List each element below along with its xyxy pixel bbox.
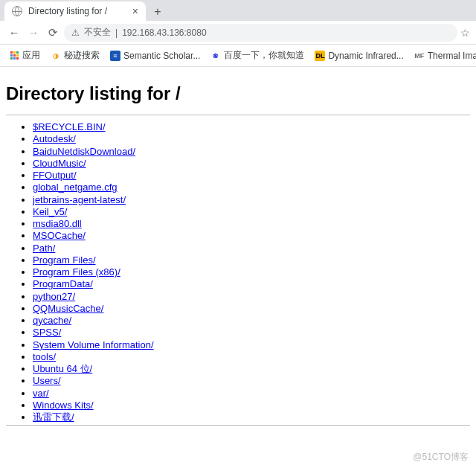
globe-icon	[12, 6, 22, 16]
list-item: var/	[33, 388, 470, 400]
bookmark-label: Dynamic Infrared...	[328, 51, 403, 61]
directory-link[interactable]: System Volume Information/	[33, 339, 154, 350]
security-label: 不安全	[84, 26, 111, 39]
directory-link[interactable]: tools/	[33, 351, 56, 362]
watermark: @51CTO博客	[413, 451, 469, 464]
bookmark-favicon: ❀	[210, 51, 221, 61]
directory-link[interactable]: Program Files (x86)/	[33, 266, 120, 278]
new-tab-button[interactable]: +	[149, 3, 167, 21]
list-item: Ubuntu 64 位/	[33, 363, 470, 375]
back-button[interactable]: ←	[6, 25, 22, 41]
insecure-icon: ⚠	[71, 28, 80, 38]
list-item: $RECYCLE.BIN/	[33, 121, 470, 133]
page-title: Directory listing for /	[6, 83, 470, 104]
separator: |	[115, 28, 118, 38]
directory-link[interactable]: qycache/	[33, 315, 71, 326]
bookmark-favicon: DL	[315, 51, 325, 61]
directory-link[interactable]: Keil_v5/	[33, 206, 67, 217]
list-item: Path/	[33, 243, 470, 254]
list-item: msdia80.dll	[33, 218, 470, 230]
list-item: QQMusicCache/	[33, 303, 470, 315]
directory-link[interactable]: 迅雷下载/	[33, 411, 74, 423]
list-item: FFOutput/	[33, 170, 470, 182]
bookmark-label: Thermal Image G...	[428, 51, 476, 61]
directory-listing: $RECYCLE.BIN/Autodesk/BaiduNetdiskDownlo…	[6, 121, 470, 423]
bookmark-favicon: ≡	[110, 51, 120, 61]
directory-link[interactable]: var/	[33, 388, 49, 399]
list-item: MSOCache/	[33, 230, 470, 242]
list-item: python27/	[33, 291, 470, 303]
tab-title: Directory listing for /	[28, 6, 126, 16]
list-item: System Volume Information/	[33, 339, 470, 351]
directory-link[interactable]: BaiduNetdiskDownload/	[33, 146, 135, 157]
directory-link[interactable]: CloudMusic/	[33, 158, 86, 169]
list-item: Windows Kits/	[33, 400, 470, 411]
directory-link[interactable]: jetbrains-agent-latest/	[33, 194, 126, 205]
bookmark-item[interactable]: DLDynamic Infrared...	[312, 49, 406, 62]
bookmark-star-icon[interactable]: ☆	[460, 27, 470, 39]
forward-button[interactable]: →	[25, 25, 42, 41]
list-item: Keil_v5/	[33, 206, 470, 218]
bookmark-favicon: ◑	[51, 51, 61, 61]
list-item: tools/	[33, 351, 470, 363]
apps-button[interactable]: 应用	[6, 49, 43, 62]
bookmark-item[interactable]: ≡Semantic Scholar...	[107, 49, 203, 62]
bookmark-label: Semantic Scholar...	[123, 51, 200, 61]
list-item: BaiduNetdiskDownload/	[33, 146, 470, 158]
tab-bar: Directory listing for / × +	[0, 0, 476, 21]
directory-link[interactable]: QQMusicCache/	[33, 303, 103, 314]
browser-tab[interactable]: Directory listing for / ×	[4, 1, 146, 21]
bookmarks-bar: 应用 ◑秘迹搜索≡Semantic Scholar...❀百度一下，你就知道DL…	[0, 45, 476, 67]
directory-link[interactable]: python27/	[33, 291, 75, 302]
reload-button[interactable]: ⟳	[45, 25, 61, 41]
directory-link[interactable]: Autodesk/	[33, 133, 76, 144]
list-item: Users/	[33, 375, 470, 387]
url-text: 192.168.43.136:8080	[122, 28, 206, 38]
list-item: global_netgame.cfg	[33, 182, 470, 193]
page-content: Directory listing for / $RECYCLE.BIN/Aut…	[0, 67, 476, 437]
toolbar: ← → ⟳ ⚠ 不安全 | 192.168.43.136:8080 ☆	[0, 21, 476, 45]
bookmark-label: 百度一下，你就知道	[224, 49, 304, 62]
divider	[6, 115, 470, 115]
list-item: ProgramData/	[33, 278, 470, 290]
close-icon[interactable]: ×	[132, 6, 138, 16]
bookmark-item[interactable]: ◑秘迹搜索	[48, 49, 103, 62]
apps-icon	[9, 51, 19, 61]
directory-link[interactable]: $RECYCLE.BIN/	[33, 121, 106, 132]
directory-link[interactable]: msdia80.dll	[33, 218, 82, 229]
address-bar[interactable]: ⚠ 不安全 | 192.168.43.136:8080	[64, 24, 457, 42]
directory-link[interactable]: MSOCache/	[33, 230, 86, 241]
directory-link[interactable]: global_netgame.cfg	[33, 182, 117, 193]
apps-label: 应用	[22, 49, 40, 62]
directory-link[interactable]: Users/	[33, 375, 61, 386]
directory-link[interactable]: Path/	[33, 243, 55, 254]
list-item: Program Files/	[33, 254, 470, 266]
list-item: jetbrains-agent-latest/	[33, 194, 470, 206]
bookmark-item[interactable]: ❀百度一下，你就知道	[208, 49, 307, 62]
list-item: SPSS/	[33, 327, 470, 339]
directory-link[interactable]: SPSS/	[33, 327, 61, 338]
bookmark-label: 秘迹搜索	[64, 49, 100, 62]
list-item: Program Files (x86)/	[33, 266, 470, 278]
directory-link[interactable]: Windows Kits/	[33, 400, 94, 411]
directory-link[interactable]: FFOutput/	[33, 170, 77, 181]
list-item: Autodesk/	[33, 133, 470, 145]
list-item: 迅雷下载/	[33, 411, 470, 423]
divider	[6, 425, 470, 426]
list-item: qycache/	[33, 315, 470, 327]
directory-link[interactable]: Ubuntu 64 位/	[33, 363, 92, 374]
bookmark-item[interactable]: MFThermal Image G...	[411, 49, 476, 62]
list-item: CloudMusic/	[33, 158, 470, 170]
directory-link[interactable]: ProgramData/	[33, 278, 93, 289]
bookmark-favicon: MF	[414, 51, 425, 61]
directory-link[interactable]: Program Files/	[33, 254, 96, 266]
